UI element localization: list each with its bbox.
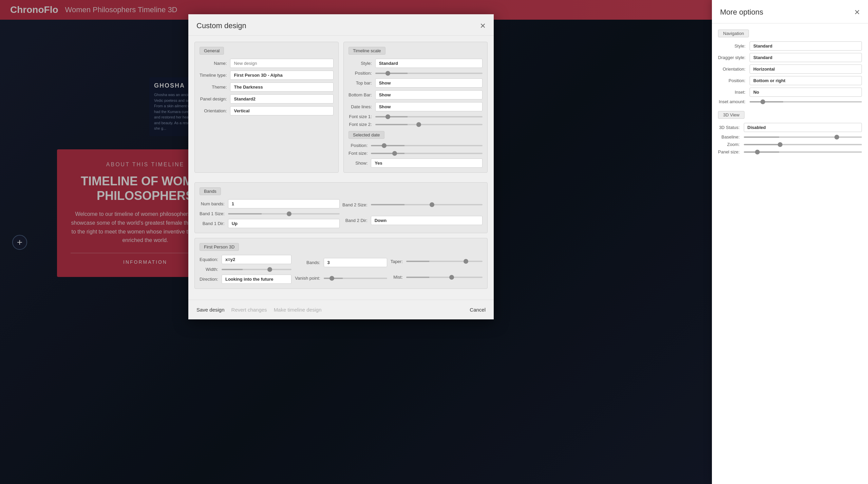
timeline-type-input[interactable] <box>230 71 334 80</box>
taper-label: Taper: <box>391 259 403 264</box>
sd-position-label: Position: <box>348 143 367 148</box>
ts-position-slider[interactable] <box>375 73 483 74</box>
ts-style-input[interactable] <box>375 59 483 68</box>
fp3d-col1: Equation: Width: Direction: <box>200 255 291 284</box>
width-label: Width: <box>200 267 218 272</box>
nav-position-input[interactable] <box>750 76 862 85</box>
ts-fontsize2-slider[interactable] <box>375 124 483 125</box>
dialog-body: General Name: Timeline type: Theme: Pane… <box>188 36 494 300</box>
num-bands-label: Num bands: <box>200 201 225 206</box>
revert-changes-button[interactable]: Revert changes <box>231 305 267 315</box>
nav-dragger-label: Dragger style: <box>718 55 746 60</box>
ts-bottombar-input[interactable] <box>375 90 483 99</box>
timeline-scale-form: Style: Position: Top bar: Bottom Bar: Da… <box>348 59 483 127</box>
nav-style-input[interactable] <box>750 41 862 51</box>
theme-label: Theme: <box>200 85 227 90</box>
dialog-footer: Save design Revert changes Make timeline… <box>188 300 494 319</box>
direction-input[interactable] <box>222 275 291 284</box>
nav-inset-input[interactable] <box>750 88 862 97</box>
panel-design-input[interactable] <box>230 94 334 104</box>
bands-right: Band 2 Size: Band 2 Dir: <box>342 199 483 228</box>
vanish-point-slider[interactable] <box>324 278 387 279</box>
name-label: Name: <box>200 61 227 66</box>
band2-dir-label: Band 2 Dir: <box>342 218 367 223</box>
band1-size-label: Band 1 Size: <box>200 211 225 216</box>
ts-fontsize1-slider[interactable] <box>375 116 483 117</box>
view3d-section: 3D View 3D Status: Baseline: Zoom: Panel… <box>718 111 862 154</box>
sd-fontsize-slider[interactable] <box>371 153 483 154</box>
ts-bottombar-label: Bottom Bar: <box>348 92 372 97</box>
bands-form: Num bands: Band 1 Size: Band 1 Dir: Band… <box>200 199 483 228</box>
dialog-header: Custom design × <box>188 14 494 36</box>
v3d-baseline-slider[interactable] <box>744 136 862 138</box>
general-section: General Name: Timeline type: Theme: Pane… <box>194 42 339 173</box>
ts-datelines-label: Date lines: <box>348 104 372 109</box>
equation-label: Equation: <box>200 257 218 262</box>
nav-style-label: Style: <box>718 43 746 49</box>
band2-size-label: Band 2 Size: <box>342 202 367 207</box>
theme-input[interactable] <box>230 82 334 92</box>
v3d-zoom-slider[interactable] <box>744 144 862 145</box>
ts-position-label: Position: <box>348 71 372 76</box>
width-slider[interactable] <box>222 269 291 270</box>
nav-dragger-input[interactable] <box>750 53 862 62</box>
v3d-status-label: 3D Status: <box>718 125 740 130</box>
cancel-button[interactable]: Cancel <box>470 307 486 313</box>
view3d-form: 3D Status: Baseline: Zoom: Panel size: <box>718 123 862 154</box>
v3d-baseline-label: Baseline: <box>718 134 740 139</box>
vanish-point-label: Vanish point: <box>295 276 320 281</box>
equation-input[interactable] <box>222 255 291 264</box>
selected-date-title: Selected date <box>348 131 384 139</box>
v3d-panelsize-label: Panel size: <box>718 149 740 154</box>
fp3d-title: First Person 3D <box>200 243 239 251</box>
mist-label: Mist: <box>391 275 403 280</box>
v3d-panelsize-slider[interactable] <box>744 151 862 153</box>
ts-topbar-input[interactable] <box>375 78 483 88</box>
fp3d-col3: Taper: Mist: <box>391 255 483 284</box>
band1-dir-label: Band 1 Dir: <box>200 221 225 226</box>
timeline-scale-title: Timeline scale <box>348 47 385 55</box>
save-design-button[interactable]: Save design <box>196 305 225 315</box>
custom-design-dialog: Custom design × General Name: Timeline t… <box>188 14 494 319</box>
make-timeline-design-button[interactable]: Make timeline design <box>274 305 322 315</box>
dialog-title: Custom design <box>196 21 246 30</box>
ts-fontsize1-label: Font size 1: <box>348 114 372 119</box>
selected-date-subsection: Selected date Position: Font size: Show: <box>348 131 483 168</box>
fp3d-bands-input[interactable] <box>324 258 387 267</box>
band2-dir-input[interactable] <box>371 216 483 225</box>
more-options-close-button[interactable]: × <box>854 7 860 18</box>
nav-inset-amount-slider[interactable] <box>750 101 862 103</box>
nav-orientation-input[interactable] <box>750 64 862 74</box>
sd-fontsize-label: Font size: <box>348 151 367 156</box>
bands-title: Bands <box>200 187 221 195</box>
band1-dir-input[interactable] <box>228 219 340 228</box>
band2-size-slider[interactable] <box>371 204 483 205</box>
nav-inset-amount-label: Inset amount: <box>718 99 746 104</box>
nav-position-label: Position: <box>718 78 746 83</box>
more-options-panel: More options × Navigation Style: Dragger… <box>712 0 868 484</box>
band1-size-slider[interactable] <box>228 213 340 215</box>
mist-slider[interactable] <box>406 277 483 278</box>
dialog-close-button[interactable]: × <box>480 20 486 31</box>
timeline-type-label: Timeline type: <box>200 73 227 78</box>
ts-style-label: Style: <box>348 61 372 66</box>
taper-slider[interactable] <box>406 261 483 262</box>
ts-datelines-input[interactable] <box>375 102 483 111</box>
navigation-section: Navigation Style: Dragger style: Orienta… <box>718 30 862 104</box>
fp3d-bands-label: Bands: <box>295 260 320 265</box>
fp3d-col2: Bands: Vanish point: <box>295 255 387 284</box>
nav-inset-label: Inset: <box>718 90 746 95</box>
general-section-title: General <box>200 47 224 55</box>
view3d-section-title: 3D View <box>718 111 744 119</box>
panel-design-label: Panel design: <box>200 96 227 101</box>
sd-show-input[interactable] <box>371 159 483 168</box>
ts-topbar-label: Top bar: <box>348 80 372 86</box>
v3d-status-input[interactable] <box>744 123 862 132</box>
sd-show-label: Show: <box>348 161 367 166</box>
num-bands-input[interactable] <box>228 199 340 208</box>
navigation-form: Style: Dragger style: Orientation: Posit… <box>718 41 862 104</box>
sd-position-slider[interactable] <box>371 145 483 146</box>
orientation-input[interactable] <box>230 106 334 115</box>
more-options-title: More options <box>720 8 763 17</box>
name-input[interactable] <box>230 59 334 68</box>
